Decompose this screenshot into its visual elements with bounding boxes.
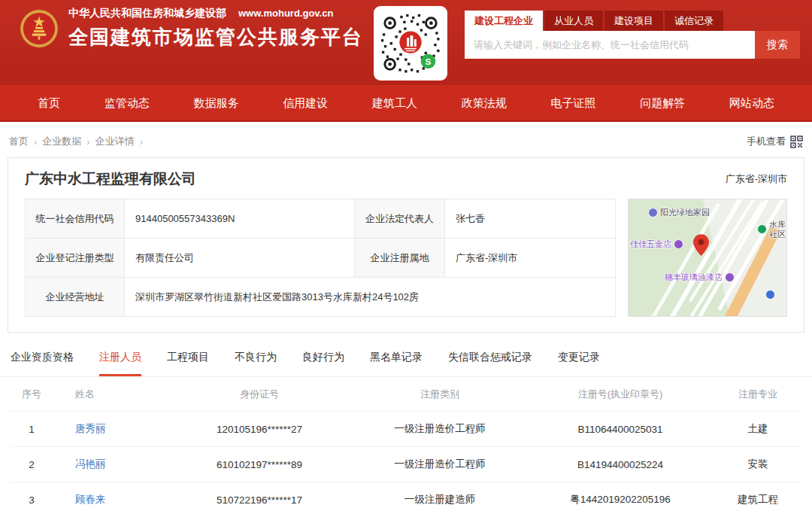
tab-bad-behavior[interactable]: 不良行为: [235, 351, 277, 376]
col-header-id: 身份证号: [165, 388, 353, 401]
field-label-business-address: 企业经营地址: [26, 278, 125, 317]
brand-text: 中华人民共和国住房和城乡建设部 www.mohurd.gov.cn 全国建筑市场…: [68, 7, 363, 50]
search-input[interactable]: [465, 31, 755, 59]
map-poi-paint-store: 穗丰玻璃油漆店: [665, 272, 735, 283]
person-name-link[interactable]: 顾春来: [53, 493, 165, 506]
wechat-qr-code: S: [374, 6, 447, 81]
qr-code-icon: [790, 135, 803, 148]
table-header-row: 序号 姓名 身份证号 注册类别 注册号(执业印章号) 注册专业: [11, 377, 801, 411]
col-header-no: 序号: [11, 388, 53, 401]
field-value-business-address: 深圳市罗湖区翠竹街道新村社区爱国路3013号水库新村24号102房: [125, 278, 616, 317]
header-search-block: 建设工程企业 从业人员 建设项目 诚信记录 搜索: [465, 11, 800, 59]
field-value-registration-type: 有限责任公司: [125, 239, 355, 278]
site-header: 中华人民共和国住房和城乡建设部 www.mohurd.gov.cn 全国建筑市场…: [0, 0, 812, 85]
breadcrumb-home[interactable]: 首页: [9, 135, 29, 148]
field-label-registration-region: 企业注册属地: [355, 239, 445, 278]
map-poi-label: 水库社区: [769, 220, 787, 239]
nav-item-supervision-news[interactable]: 监管动态: [105, 96, 150, 111]
store-poi-icon: [674, 239, 683, 249]
ministry-name: 中华人民共和国住房和城乡建设部: [68, 7, 226, 20]
qr-pattern-icon: S: [378, 11, 443, 77]
search-bar: 搜索: [465, 31, 800, 59]
col-header-major: 注册专业: [714, 388, 801, 401]
row-id-number: 610102197******89: [165, 459, 353, 470]
tab-dishonesty-records[interactable]: 失信联合惩戒记录: [448, 351, 532, 376]
field-label-legal-rep: 企业法定代表人: [355, 199, 445, 239]
col-header-reg-no: 注册号(执业印章号): [526, 388, 714, 401]
table-row: 2 冯艳丽 610102197******89 一级注册造价工程师 B14194…: [11, 446, 801, 482]
table-row: 1 唐秀丽 120105196******27 一级注册造价工程师 B11064…: [11, 411, 801, 446]
company-info-table: 统一社会信用代码 91440500557343369N 企业法定代表人 张七香 …: [25, 199, 616, 317]
search-scope-tabs: 建设工程企业 从业人员 建设项目 诚信记录: [465, 11, 800, 31]
map-poi-residence: 阳光绿地家园: [648, 207, 710, 218]
field-value-legal-rep: 张七香: [445, 199, 616, 239]
poi-icon: [765, 290, 775, 300]
nav-item-policies[interactable]: 政策法规: [462, 96, 507, 111]
site-logo-block[interactable]: 中华人民共和国住房和城乡建设部 www.mohurd.gov.cn 全国建筑市场…: [20, 7, 363, 50]
main-navigation: 首页 监管动态 数据服务 信用建设 建筑工人 政策法规 电子证照 问题解答 网站…: [0, 85, 812, 122]
row-category: 一级注册造价工程师: [353, 422, 526, 436]
national-emblem-icon: [20, 9, 59, 48]
table-row: 3 顾春来 510722196******17 一级注册建造师 粤1442019…: [11, 482, 801, 511]
search-tab-projects[interactable]: 建设项目: [604, 11, 663, 31]
field-label-registration-type: 企业登记注册类型: [26, 239, 125, 278]
map-pin-icon: [693, 234, 709, 259]
search-button[interactable]: 搜索: [755, 31, 800, 59]
company-detail-card: 广东中水工程监理有限公司 广东省-深圳市 统一社会信用代码 9144050055…: [8, 157, 804, 333]
row-id-number: 510722196******17: [165, 494, 353, 506]
mobile-view-link[interactable]: 手机查看: [747, 135, 803, 148]
map-poi-community: 水库社区: [757, 220, 787, 239]
field-value-credit-code: 91440500557343369N: [125, 199, 355, 239]
mobile-view-label: 手机查看: [747, 135, 786, 148]
field-value-registration-region: 广东省-深圳市: [445, 239, 616, 278]
nav-item-faq[interactable]: 问题解答: [640, 96, 685, 111]
nav-item-site-news[interactable]: 网站动态: [729, 96, 774, 111]
company-name: 广东中水工程监理有限公司: [25, 169, 196, 189]
map-poi-unlabeled: [765, 290, 775, 300]
community-poi-icon: [757, 224, 767, 234]
nav-item-home[interactable]: 首页: [38, 96, 60, 111]
breadcrumb: 首页› 企业数据› 企业详情›: [9, 135, 148, 148]
field-label-credit-code: 统一社会信用代码: [26, 199, 125, 239]
nav-item-data-services[interactable]: 数据服务: [194, 96, 239, 111]
row-no: 3: [11, 494, 53, 506]
tab-change-records[interactable]: 变更记录: [558, 351, 600, 376]
nav-item-credit-building[interactable]: 信用建设: [283, 96, 328, 111]
tab-registered-personnel[interactable]: 注册人员: [99, 351, 141, 376]
row-no: 2: [11, 459, 53, 470]
row-reg-number: B14194400025224: [526, 459, 714, 470]
map-poi-label: 穗丰玻璃油漆店: [665, 272, 723, 283]
tab-blacklist[interactable]: 黑名单记录: [370, 351, 423, 376]
nav-item-construction-workers[interactable]: 建筑工人: [372, 96, 417, 111]
breadcrumb-bar: 首页› 企业数据› 企业详情› 手机查看: [0, 122, 812, 156]
search-tab-credit-records[interactable]: 诚信记录: [665, 11, 723, 31]
row-major: 土建: [714, 422, 801, 436]
person-name-link[interactable]: 冯艳丽: [53, 458, 165, 471]
breadcrumb-enterprise-data[interactable]: 企业数据: [42, 135, 81, 148]
tab-qualifications[interactable]: 企业资质资格: [11, 351, 74, 376]
chevron-right-icon: ›: [34, 136, 37, 148]
map-poi-hardware-store: 佳佳五金店: [630, 239, 683, 250]
registered-personnel-table: 序号 姓名 身份证号 注册类别 注册号(执业印章号) 注册专业 1 唐秀丽 12…: [0, 377, 812, 511]
breadcrumb-enterprise-detail: 企业详情: [95, 135, 135, 148]
tab-good-behavior[interactable]: 良好行为: [302, 351, 344, 376]
row-category: 一级注册建造师: [353, 493, 526, 506]
map-poi-label: 佳佳五金店: [630, 239, 671, 250]
residence-poi-icon: [648, 208, 658, 217]
search-tab-practitioners[interactable]: 从业人员: [544, 11, 603, 31]
chevron-right-icon: ›: [140, 136, 143, 148]
row-id-number: 120105196******27: [165, 424, 353, 435]
nav-item-e-certificates[interactable]: 电子证照: [551, 96, 596, 111]
col-header-category: 注册类别: [353, 388, 526, 401]
row-reg-number: 粤1442019202205196: [526, 493, 714, 506]
platform-title: 全国建筑市场监管公共服务平台: [68, 24, 363, 50]
tab-projects[interactable]: 工程项目: [167, 351, 209, 376]
person-name-link[interactable]: 唐秀丽: [53, 422, 165, 436]
company-region: 广东省-深圳市: [726, 172, 787, 186]
company-location-map[interactable]: 阳光绿地家园 水库社区 佳佳五金店 穗丰玻璃油漆店: [628, 199, 787, 317]
site-url: www.mohurd.gov.cn: [238, 8, 333, 19]
row-reg-number: B11064400025031: [526, 424, 714, 435]
search-tab-construction-enterprise[interactable]: 建设工程企业: [465, 11, 543, 31]
row-major: 建筑工程: [714, 493, 801, 506]
svg-text:S: S: [426, 56, 432, 65]
